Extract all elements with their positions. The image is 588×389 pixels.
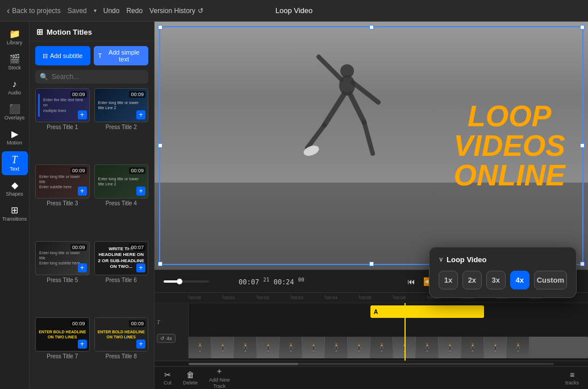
svg-line-3 <box>353 82 378 102</box>
add-new-track-tool[interactable]: ＋ Add NewTrack <box>205 364 235 389</box>
preset-item-1[interactable]: Enter the title text here onmultiple lin… <box>35 88 90 160</box>
preset-6-duration: 00:07 <box>129 244 145 251</box>
preset-7-label: Press Title 7 <box>35 353 90 359</box>
preset-4-duration: 00:09 <box>129 167 145 174</box>
preset-5-duration: 00:09 <box>70 244 87 251</box>
loop-option-3x[interactable]: 3x <box>486 271 506 289</box>
version-history-icon: ↺ <box>198 7 203 15</box>
loop-option-2x[interactable]: 2x <box>462 271 482 289</box>
preset-6-label: Press Title 6 <box>94 277 149 283</box>
preset-item-7[interactable]: ENTER BOLD HEADLINEON TWO LINES 00:09 + … <box>35 317 90 389</box>
loop-option-4x[interactable]: 4x <box>510 271 529 289</box>
transitions-icon: ⊞ <box>11 206 18 215</box>
preset-item-4[interactable]: Enter long title or lower title Line 2 0… <box>94 164 149 236</box>
version-history-button[interactable]: Version History ↺ <box>149 7 203 15</box>
redo-button[interactable]: Redo <box>126 7 143 15</box>
preset-1-add-icon[interactable]: + <box>78 110 87 119</box>
sidebar-icons: 📁 Library 🎬 Stock ♪ Audio ⬛ Overlays ▶ M… <box>0 22 30 389</box>
progress-bar[interactable] <box>164 280 209 283</box>
tracks-tool[interactable]: ≡ tracks <box>561 368 583 388</box>
preset-item-3[interactable]: Enter long title or lower titleEnter sub… <box>35 164 90 236</box>
preset-8-add-icon[interactable]: + <box>136 340 145 349</box>
search-bar[interactable]: 🔍 <box>35 70 148 84</box>
video-overlay-text: LOOP VIDEOS ONLINE <box>454 101 566 190</box>
loop-option-1x[interactable]: 1x <box>439 271 458 289</box>
bottom-toolbar: ✂ Cut 🗑 Delete ＋ Add NewTrack ≡ tracks <box>155 366 588 389</box>
video-frame: 🕴 <box>234 337 257 358</box>
preset-item-6[interactable]: WRITE THE HEADLINE HERE ON 2 OR SUB-HEAD… <box>94 241 149 313</box>
video-frame: 🕴 <box>370 337 393 358</box>
add-subtitle-button[interactable]: ⊟ Add subtitle <box>35 46 90 65</box>
preset-thumb-1: Enter the title text here onmultiple lin… <box>35 88 90 122</box>
timeline-tracks: T ↺ 4x <box>155 303 588 361</box>
saved-arrow-icon: ▾ <box>94 7 97 14</box>
sidebar-item-shapes[interactable]: ◆ Shapes <box>2 177 28 200</box>
sidebar-item-audio[interactable]: ♪ Audio <box>2 76 28 99</box>
video-frame: 🕴 <box>348 337 370 358</box>
preset-7-add-icon[interactable]: + <box>78 340 87 349</box>
preset-2-duration: 00:09 <box>129 91 145 98</box>
preset-6-add-icon[interactable]: + <box>136 263 145 272</box>
sidebar-item-motion[interactable]: ▶ Motion <box>2 126 28 149</box>
sidebar-item-overlays[interactable]: ⬛ Overlays <box>2 101 28 124</box>
preset-grid: Enter the title text here onmultiple lin… <box>30 88 154 389</box>
preset-5-add-icon[interactable]: + <box>78 263 87 272</box>
preset-5-label: Press Title 5 <box>35 277 90 283</box>
preset-item-5[interactable]: Enter long title or lower titleEnter lon… <box>35 241 90 313</box>
preset-item-2[interactable]: Enter long title or lower title Line 2 0… <box>94 88 149 160</box>
preset-item-8[interactable]: ENTER BOLD HEADLINEON TWO LINES 00:09 + … <box>94 317 149 389</box>
stock-icon: 🎬 <box>9 55 20 64</box>
cut-tool[interactable]: ✂ Cut <box>159 368 176 388</box>
svg-line-2 <box>319 57 341 80</box>
preset-thumb-4: Enter long title or lower title Line 2 0… <box>94 164 149 198</box>
svg-line-6 <box>350 94 364 122</box>
playhead[interactable] <box>404 303 406 361</box>
video-frame: 🕴 <box>484 337 507 358</box>
motion-icon: ▶ <box>11 130 18 139</box>
text-clip[interactable]: A <box>370 305 484 318</box>
skip-to-start-button[interactable]: ⏮ <box>406 276 416 287</box>
text-clip-label: A <box>374 309 378 315</box>
dancer-figure <box>285 34 410 205</box>
library-icon: 📁 <box>9 30 20 39</box>
video-frame: 🕴 <box>257 337 280 358</box>
preset-3-add-icon[interactable]: + <box>78 187 87 196</box>
sidebar-item-stock[interactable]: 🎬 Stock <box>2 51 28 74</box>
sidebar-item-text[interactable]: T Text <box>2 151 28 175</box>
track-content: A 🕴 🕴 🕴 🕴 🕴 🕴 🕴 🕴 <box>189 303 588 361</box>
sidebar-item-transitions[interactable]: ⊞ Transitions <box>2 202 28 225</box>
preset-1-label: Press Title 1 <box>35 124 90 130</box>
preset-7-duration: 00:09 <box>70 320 87 327</box>
track-labels: T ↺ 4x <box>155 303 189 361</box>
loop-video-popup: Loop Video 1x 2x 3x 4x Custom <box>429 247 577 298</box>
topbar: Back to projects Saved ▾ Undo Redo Versi… <box>0 0 588 22</box>
loop-badge: 4x <box>166 336 172 341</box>
undo-button[interactable]: Undo <box>103 7 120 15</box>
video-frame: 🕴 <box>325 337 348 358</box>
project-title: Loop Video <box>276 6 313 15</box>
preset-4-add-icon[interactable]: + <box>136 187 145 196</box>
sidebar-item-library[interactable]: 📁 Library <box>2 26 28 49</box>
text-track-label: T <box>157 319 186 325</box>
panel-header: ⊞ Motion Titles <box>30 22 154 42</box>
time-display: 00:07 21 00:24 00 <box>239 277 305 286</box>
playhead-top <box>402 303 408 304</box>
video-frame: 🕴 <box>211 337 234 358</box>
preset-thumb-6: WRITE THE HEADLINE HERE ON 2 OR SUB-HEAD… <box>94 241 149 275</box>
video-frame: 🕴 <box>416 337 439 358</box>
center-area: LOOP VIDEOS ONLINE <box>155 22 588 389</box>
progress-handle[interactable] <box>177 279 182 284</box>
preset-thumb-8: ENTER BOLD HEADLINEON TWO LINES 00:09 + <box>94 317 149 351</box>
svg-line-5 <box>307 125 324 148</box>
add-simple-text-button[interactable]: T Add simple text <box>94 46 149 65</box>
search-icon: 🔍 <box>40 73 48 81</box>
cut-icon: ✂ <box>164 370 171 379</box>
timeline-area: 00:00 00:01 00:02 00:03 00:04 00:05 00:0… <box>155 292 588 366</box>
preset-2-add-icon[interactable]: + <box>136 110 145 119</box>
video-track[interactable]: 🕴 🕴 🕴 🕴 🕴 🕴 🕴 🕴 🕴 🕴 🕴 🕴 <box>189 337 588 358</box>
text-track-icon: T <box>157 319 160 325</box>
back-to-projects-button[interactable]: Back to projects <box>7 6 61 16</box>
search-input[interactable] <box>52 73 144 81</box>
delete-tool[interactable]: 🗑 Delete <box>178 368 202 388</box>
loop-option-custom[interactable]: Custom <box>534 271 567 289</box>
